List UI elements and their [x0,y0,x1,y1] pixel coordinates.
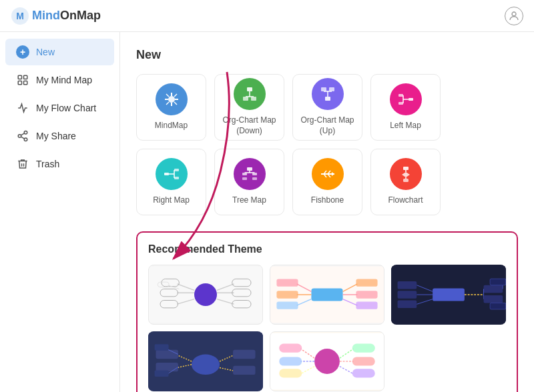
org-chart-up-icon [312,78,344,110]
right-map-icon [156,158,188,190]
sidebar-item-my-share-label: My Share [36,131,76,141]
svg-text:M: M [16,11,24,21]
svg-point-9 [24,138,27,141]
svg-rect-31 [398,94,403,97]
svg-rect-111 [233,350,255,359]
content-area: New MindMa [120,32,534,392]
svg-rect-4 [24,75,27,79]
svg-rect-82 [276,301,298,309]
svg-rect-117 [155,370,169,377]
svg-rect-20 [243,97,248,101]
flowchart-label: Flowchart [388,195,423,206]
svg-line-16 [174,94,177,97]
map-card-org-chart-up[interactable]: Org-Chart Map (Up) [292,74,362,141]
svg-rect-115 [155,344,169,351]
left-map-label: Left Map [390,121,421,131]
svg-rect-44 [242,177,247,180]
svg-rect-100 [398,301,417,308]
org-chart-down-icon [234,78,266,110]
svg-rect-125 [279,369,302,377]
map-card-tree-map[interactable]: Tree Map [214,149,284,215]
svg-point-7 [24,131,27,135]
theme-grid [148,265,506,391]
svg-line-17 [166,102,169,105]
plus-circle-icon: + [16,45,29,59]
svg-rect-19 [247,87,252,91]
main-layout: + New My Mind Map My Flow [0,32,534,392]
svg-rect-56 [403,179,409,182]
sidebar-item-my-mind-map[interactable]: My Mind Map [5,67,114,93]
map-card-right-map[interactable]: Right Map [136,149,206,215]
map-card-left-map[interactable]: Left Map [370,74,441,141]
svg-rect-92 [484,285,503,293]
svg-rect-3 [18,75,21,79]
svg-rect-32 [398,102,403,105]
svg-rect-21 [251,97,256,101]
fishbone-icon [312,158,344,190]
svg-rect-109 [156,363,178,371]
map-card-org-chart-down[interactable]: Org-Chart Map(Down) [214,74,284,141]
svg-rect-129 [352,357,375,365]
svg-rect-76 [311,289,342,301]
svg-rect-25 [325,97,330,101]
map-card-fishbone[interactable]: Fishbone [292,149,362,215]
svg-rect-37 [174,169,179,171]
svg-rect-96 [398,281,417,289]
sidebar: + New My Mind Map My Flow [0,32,120,392]
user-icon[interactable] [505,7,523,25]
svg-rect-102 [490,279,506,285]
theme-card-1[interactable] [148,265,263,325]
sidebar-item-my-flow-chart[interactable]: My Flow Chart [5,95,114,121]
right-map-label: Right Map [153,195,190,206]
svg-rect-103 [490,303,506,309]
new-section-title: New [136,48,518,62]
sidebar-item-my-flow-chart-label: My Flow Chart [36,103,96,113]
map-card-mindmap[interactable]: MindMap [136,74,206,141]
svg-rect-6 [24,81,27,85]
sidebar-item-my-share[interactable]: My Share [5,123,114,149]
svg-rect-123 [279,357,302,365]
svg-rect-30 [409,98,413,101]
svg-rect-26 [321,87,326,91]
flow-icon [16,101,29,115]
svg-rect-86 [356,291,377,298]
org-chart-down-label: Org-Chart Map(Down) [222,115,276,136]
theme-card-2[interactable] [270,265,384,325]
svg-rect-94 [484,295,503,303]
map-type-grid: MindMap Org-Chart Map(Down) [136,74,518,215]
trash-icon [16,157,29,171]
logo: M MindOnMap [11,7,101,25]
mindmap-label: MindMap [155,121,188,131]
theme-card-5[interactable] [270,331,384,391]
svg-marker-53 [332,172,334,176]
svg-rect-107 [156,350,178,359]
fishbone-label: Fishbone [311,195,344,206]
svg-rect-5 [18,81,21,85]
svg-rect-113 [233,366,255,375]
svg-rect-41 [247,167,252,171]
svg-point-10 [168,96,175,103]
svg-point-119 [314,349,340,374]
flowchart-icon [390,158,422,190]
left-map-icon [390,83,422,115]
svg-rect-45 [252,177,257,180]
svg-rect-27 [329,87,334,91]
sidebar-item-new-label: New [36,47,55,57]
svg-point-8 [18,135,21,138]
sidebar-item-trash[interactable]: Trash [5,151,114,177]
theme-card-3[interactable] [391,265,506,325]
logo-icon: M [11,7,29,25]
map-card-flowchart[interactable]: Flowchart [370,149,441,215]
tree-map-icon [234,158,266,190]
svg-marker-55 [402,172,410,177]
svg-rect-36 [164,173,169,175]
logo-text: MindOnMap [32,9,101,23]
recommended-title: Recommended Theme [148,243,506,255]
sidebar-item-new[interactable]: + New [5,39,114,65]
sidebar-item-trash-label: Trash [36,159,59,169]
svg-rect-98 [398,291,417,298]
svg-point-2 [512,12,516,16]
svg-rect-90 [433,288,465,301]
theme-card-4[interactable] [148,331,263,391]
share-icon [16,129,29,143]
